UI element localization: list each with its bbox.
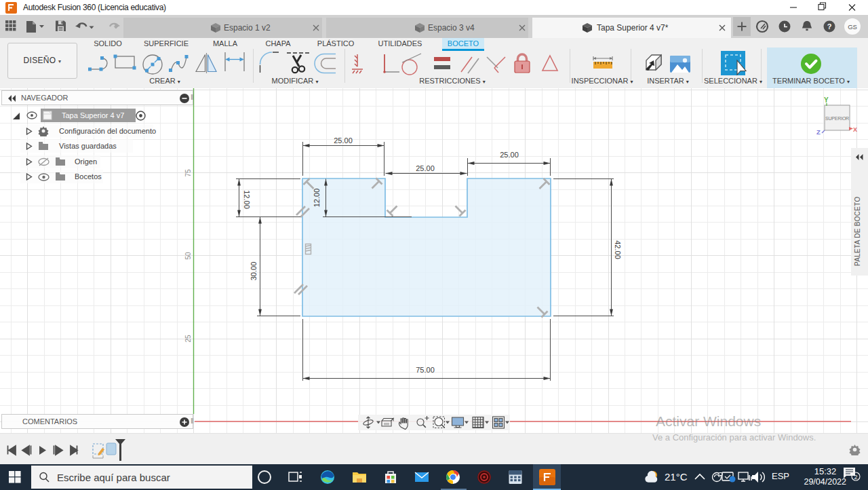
svg-text:GS: GS [848, 23, 857, 31]
svg-text:25.00: 25.00 [500, 151, 519, 159]
svg-text:Z: Z [816, 128, 821, 136]
svg-text:X: X [853, 126, 857, 133]
svg-text:25.00: 25.00 [416, 164, 435, 172]
svg-text:75.00: 75.00 [416, 366, 435, 374]
svg-text:Y: Y [824, 96, 829, 104]
svg-text:30.00: 30.00 [250, 262, 258, 281]
svg-text:12.00: 12.00 [313, 189, 321, 208]
svg-text:75: 75 [184, 169, 192, 177]
svg-text:SUPERIOR: SUPERIOR [825, 116, 849, 121]
svg-text:12.00: 12.00 [243, 190, 251, 209]
svg-text:42.00: 42.00 [614, 240, 622, 259]
svg-text:25: 25 [184, 335, 192, 343]
svg-text:50: 50 [184, 252, 192, 260]
svg-text:?: ? [827, 22, 832, 31]
svg-text:25.00: 25.00 [334, 136, 353, 145]
svg-text:2: 2 [854, 474, 857, 480]
